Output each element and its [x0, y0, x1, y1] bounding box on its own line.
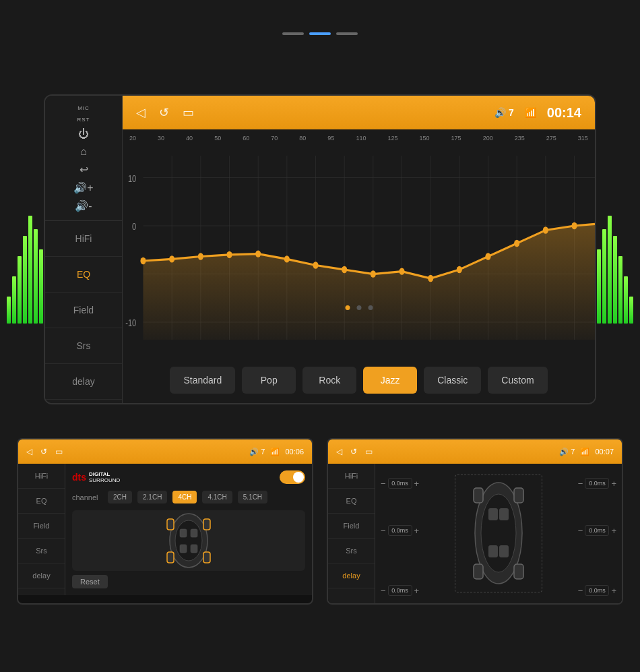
indicator-3[interactable] — [336, 32, 358, 35]
preset-rock[interactable]: Rock — [302, 367, 356, 394]
dts-back-btn[interactable]: ◁ — [26, 447, 32, 456]
dot-3[interactable] — [368, 305, 373, 310]
svg-point-50 — [481, 494, 516, 572]
power-icon[interactable]: ⏻ — [78, 128, 89, 140]
delay-mid-left: − 0.0ms + — [381, 525, 419, 536]
svg-point-34 — [457, 266, 462, 273]
delay-bl-minus[interactable]: − — [381, 586, 386, 596]
svg-marker-22 — [143, 224, 595, 340]
delay-tl-plus[interactable]: + — [414, 479, 420, 489]
vol-down-icon[interactable]: 🔊- — [75, 200, 92, 212]
delay-nav-field[interactable]: Field — [328, 514, 375, 539]
nav-srs[interactable]: Srs — [45, 328, 122, 364]
dts-volume: 🔊 7 — [249, 448, 265, 456]
delay-panel-header: ◁ ↺ ▭ 🔊 7 📶 00:07 — [328, 439, 622, 464]
eq-svg: 10 0 -10 — [123, 129, 595, 357]
delay-br-minus[interactable]: − — [578, 586, 583, 596]
volume-indicator: 🔊 7 — [494, 107, 514, 118]
delay-screen-btn[interactable]: ▭ — [365, 447, 373, 456]
delay-tl-minus[interactable]: − — [381, 479, 386, 489]
delay-refresh-btn[interactable]: ↺ — [350, 447, 357, 456]
delay-nav-srs[interactable]: Srs — [328, 539, 375, 563]
dts-signal: 📶 — [270, 448, 280, 456]
svg-point-33 — [428, 275, 433, 282]
delay-nav-eq[interactable]: EQ — [328, 489, 375, 514]
svg-point-28 — [284, 255, 290, 262]
page-indicators — [282, 32, 358, 35]
preset-standard[interactable]: Standard — [170, 367, 235, 394]
main-sidebar: MIC RST ⏻ ⌂ ↩ 🔊+ 🔊- HiFi EQ Field Srs de… — [45, 96, 123, 403]
dot-1[interactable] — [345, 305, 350, 310]
preset-pop[interactable]: Pop — [242, 367, 296, 394]
dts-nav-hifi[interactable]: HiFi — [18, 464, 65, 489]
delay-mr-value: 0.0ms — [585, 525, 609, 536]
nav-delay[interactable]: delay — [45, 364, 122, 400]
dts-header-left: ◁ ↺ ▭ — [26, 447, 63, 456]
nav-eq[interactable]: EQ — [45, 257, 122, 293]
svg-rect-52 — [514, 488, 523, 503]
delay-nav-hifi[interactable]: HiFi — [328, 464, 375, 489]
dts-nav-delay[interactable]: delay — [18, 563, 65, 588]
screen-button[interactable]: ▭ — [183, 105, 194, 120]
main-nav: HiFi EQ Field Srs delay — [45, 221, 122, 403]
dts-logo: dts DIGITAL SURROUND — [72, 471, 120, 483]
home-icon[interactable]: ⌂ — [80, 146, 87, 158]
dot-2[interactable] — [356, 305, 361, 310]
delay-mr-minus[interactable]: − — [578, 526, 583, 536]
ch-21ch[interactable]: 2.1CH — [137, 491, 167, 503]
dts-nav-field[interactable]: Field — [18, 514, 65, 539]
delay-ml-minus[interactable]: − — [381, 526, 386, 536]
dts-nav-eq[interactable]: EQ — [18, 489, 65, 514]
signal-indicator: 📶 — [525, 107, 536, 118]
preset-buttons: Standard Pop Rock Jazz Classic Custom — [123, 357, 595, 403]
delay-back-btn[interactable]: ◁ — [336, 447, 342, 456]
preset-jazz[interactable]: Jazz — [363, 367, 417, 394]
svg-rect-51 — [474, 488, 483, 503]
dts-subtitle: DIGITAL SURROUND — [89, 471, 120, 483]
dts-header-row: dts DIGITAL SURROUND — [72, 470, 305, 484]
preset-classic[interactable]: Classic — [424, 367, 481, 394]
eq-page-dots — [345, 305, 373, 310]
svg-text:-10: -10 — [125, 317, 136, 329]
delay-tr-plus[interactable]: + — [611, 479, 616, 489]
indicator-2[interactable] — [309, 32, 331, 35]
delay-tr-minus[interactable]: − — [578, 479, 583, 489]
preset-custom[interactable]: Custom — [488, 367, 547, 394]
svg-point-36 — [514, 240, 519, 247]
ch-41ch[interactable]: 4.1CH — [202, 491, 232, 503]
delay-sidebar: HiFi EQ Field Srs delay — [328, 464, 375, 603]
indicator-1[interactable] — [282, 32, 304, 35]
dts-refresh-btn[interactable]: ↺ — [40, 447, 47, 456]
nav-field[interactable]: Field — [45, 293, 122, 328]
svg-rect-44 — [203, 552, 210, 563]
delay-ml-plus[interactable]: + — [414, 526, 420, 536]
mic-label: MIC — [77, 105, 90, 111]
back-icon[interactable]: ↩ — [79, 163, 88, 176]
refresh-button[interactable]: ↺ — [159, 105, 169, 120]
nav-hifi[interactable]: HiFi — [45, 221, 122, 257]
back-button[interactable]: ◁ — [136, 105, 146, 120]
delay-mr-plus[interactable]: + — [611, 526, 616, 536]
car-top-view-svg — [148, 512, 229, 570]
reset-button[interactable]: Reset — [72, 575, 108, 588]
delay-nav-delay[interactable]: delay — [328, 563, 375, 588]
delay-bl-plus[interactable]: + — [414, 586, 420, 596]
ch-51ch[interactable]: 5.1CH — [238, 491, 267, 503]
svg-point-37 — [543, 226, 548, 233]
delay-bot-left: − 0.0ms + — [381, 585, 419, 596]
delay-time: 00:07 — [595, 448, 614, 456]
delay-header-left: ◁ ↺ ▭ — [336, 447, 373, 456]
dts-toggle[interactable] — [280, 470, 305, 484]
ch-2ch[interactable]: 2CH — [108, 491, 132, 503]
dts-nav-srs[interactable]: Srs — [18, 539, 65, 563]
ch-4ch[interactable]: 4CH — [172, 491, 197, 503]
vol-up-icon[interactable]: 🔊+ — [73, 181, 93, 194]
delay-tl-value: 0.0ms — [388, 478, 412, 489]
main-device: MIC RST ⏻ ⌂ ↩ 🔊+ 🔊- HiFi EQ Field Srs de… — [44, 94, 596, 404]
delay-tr-value: 0.0ms — [585, 478, 609, 489]
svg-rect-41 — [167, 519, 174, 530]
svg-point-25 — [198, 253, 203, 259]
dts-screen-btn[interactable]: ▭ — [55, 447, 63, 456]
sidebar-top-icons: MIC RST ⏻ ⌂ ↩ 🔊+ 🔊- — [45, 102, 122, 221]
delay-br-plus[interactable]: + — [611, 586, 616, 596]
